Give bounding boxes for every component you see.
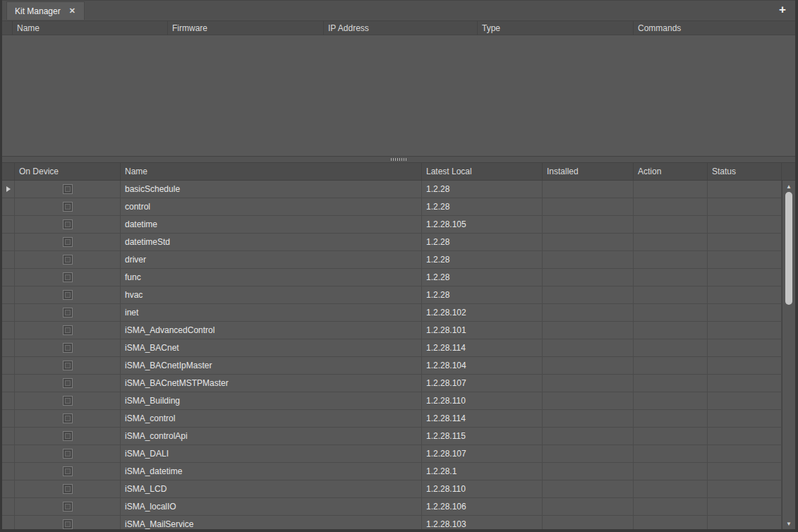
action-cell[interactable] xyxy=(634,516,708,529)
scroll-down-icon[interactable]: ▼ xyxy=(782,519,795,528)
table-row[interactable]: datetime 1.2.28.105 xyxy=(2,216,782,234)
action-cell[interactable] xyxy=(634,234,708,251)
action-cell[interactable] xyxy=(634,251,708,269)
action-cell[interactable] xyxy=(634,498,708,516)
scrollbar-thumb[interactable] xyxy=(785,192,792,305)
close-icon[interactable]: ✕ xyxy=(69,6,75,16)
kit-name-cell[interactable]: iSMA_controlApi xyxy=(121,428,422,445)
action-cell[interactable] xyxy=(634,445,708,463)
table-row[interactable]: iSMA_BACnetIpMaster 1.2.28.104 xyxy=(2,357,782,375)
on-device-checkbox[interactable] xyxy=(63,519,73,529)
devices-header-name[interactable]: Name xyxy=(13,21,168,35)
on-device-checkbox[interactable] xyxy=(63,219,73,229)
kit-name-cell[interactable]: iSMA_BACnetIpMaster xyxy=(121,357,422,375)
table-row[interactable]: hvac 1.2.28 xyxy=(2,286,782,304)
kits-header-latest-local[interactable]: Latest Local xyxy=(422,163,543,180)
devices-table-body xyxy=(2,35,795,156)
on-device-checkbox[interactable] xyxy=(63,484,73,494)
on-device-checkbox[interactable] xyxy=(63,202,73,212)
table-row[interactable]: iSMA_Building 1.2.28.110 xyxy=(2,392,782,410)
on-device-checkbox[interactable] xyxy=(63,325,73,335)
action-cell[interactable] xyxy=(634,304,708,322)
table-row[interactable]: inet 1.2.28.102 xyxy=(2,304,782,322)
panel-splitter[interactable] xyxy=(2,156,795,163)
kits-header-installed[interactable]: Installed xyxy=(543,163,634,180)
action-cell[interactable] xyxy=(634,339,708,357)
table-row[interactable]: iSMA_AdvancedControl 1.2.28.101 xyxy=(2,322,782,339)
on-device-checkbox[interactable] xyxy=(63,396,73,406)
kit-name-cell[interactable]: iSMA_MailService xyxy=(121,516,422,529)
devices-header-ip-address[interactable]: IP Address xyxy=(324,21,478,35)
kit-name-cell[interactable]: datetimeStd xyxy=(121,234,422,251)
action-cell[interactable] xyxy=(634,428,708,445)
kit-name-cell[interactable]: iSMA_LCD xyxy=(121,480,422,498)
kit-name-cell[interactable]: datetime xyxy=(121,216,422,234)
action-cell[interactable] xyxy=(634,392,708,410)
kit-name-cell[interactable]: iSMA_datetime xyxy=(121,463,422,480)
table-row[interactable]: iSMA_datetime 1.2.28.1 xyxy=(2,463,782,480)
table-row[interactable]: iSMA_LCD 1.2.28.110 xyxy=(2,480,782,498)
table-row[interactable]: iSMA_BACnet 1.2.28.114 xyxy=(2,339,782,357)
table-row[interactable]: datetimeStd 1.2.28 xyxy=(2,234,782,251)
on-device-checkbox[interactable] xyxy=(63,378,73,388)
table-row[interactable]: func 1.2.28 xyxy=(2,269,782,286)
action-cell[interactable] xyxy=(634,269,708,286)
kit-name-cell[interactable]: control xyxy=(121,198,422,216)
on-device-checkbox[interactable] xyxy=(63,361,73,370)
on-device-checkbox[interactable] xyxy=(63,431,73,441)
table-row[interactable]: control 1.2.28 xyxy=(2,198,782,216)
kit-name-cell[interactable]: driver xyxy=(121,251,422,269)
on-device-checkbox[interactable] xyxy=(63,290,73,300)
kit-name-cell[interactable]: iSMA_BACnetMSTPMaster xyxy=(121,375,422,392)
action-cell[interactable] xyxy=(634,463,708,480)
devices-header-type[interactable]: Type xyxy=(478,21,634,35)
kit-name-cell[interactable]: iSMA_DALI xyxy=(121,445,422,463)
on-device-checkbox[interactable] xyxy=(63,413,73,423)
on-device-checkbox[interactable] xyxy=(63,343,73,353)
vertical-scrollbar[interactable]: ▲ ▼ xyxy=(782,181,795,529)
on-device-checkbox[interactable] xyxy=(63,449,73,459)
action-cell[interactable] xyxy=(634,286,708,304)
kit-name-cell[interactable]: basicSchedule xyxy=(121,181,422,198)
kit-name-cell[interactable]: hvac xyxy=(121,286,422,304)
new-tab-button[interactable]: + xyxy=(775,2,790,18)
table-row[interactable]: iSMA_MailService 1.2.28.103 xyxy=(2,516,782,529)
on-device-checkbox[interactable] xyxy=(63,308,73,318)
on-device-checkbox[interactable] xyxy=(63,466,73,476)
kit-name-cell[interactable]: func xyxy=(121,269,422,286)
action-cell[interactable] xyxy=(634,357,708,375)
kits-header-name[interactable]: Name xyxy=(121,163,422,180)
action-cell[interactable] xyxy=(634,480,708,498)
on-device-checkbox[interactable] xyxy=(63,237,73,247)
kits-header-action[interactable]: Action xyxy=(634,163,708,180)
devices-header-firmware[interactable]: Firmware xyxy=(168,21,324,35)
table-row[interactable]: iSMA_controlApi 1.2.28.115 xyxy=(2,428,782,445)
action-cell[interactable] xyxy=(634,181,708,198)
kits-header-status[interactable]: Status xyxy=(708,163,782,180)
kit-name-cell[interactable]: inet xyxy=(121,304,422,322)
on-device-checkbox[interactable] xyxy=(63,272,73,282)
kit-name-cell[interactable]: iSMA_Building xyxy=(121,392,422,410)
on-device-checkbox[interactable] xyxy=(63,184,73,194)
on-device-checkbox[interactable] xyxy=(63,255,73,265)
kit-name-cell[interactable]: iSMA_AdvancedControl xyxy=(121,322,422,339)
kits-header-on-device[interactable]: On Device xyxy=(15,163,121,180)
table-row[interactable]: iSMA_DALI 1.2.28.107 xyxy=(2,445,782,463)
table-row[interactable]: iSMA_BACnetMSTPMaster 1.2.28.107 xyxy=(2,375,782,392)
scroll-up-icon[interactable]: ▲ xyxy=(782,182,795,191)
action-cell[interactable] xyxy=(634,216,708,234)
tab-kit-manager[interactable]: Kit Manager ✕ xyxy=(6,1,85,20)
action-cell[interactable] xyxy=(634,322,708,339)
kit-name-cell[interactable]: iSMA_control xyxy=(121,410,422,428)
on-device-checkbox[interactable] xyxy=(63,502,73,512)
kit-name-cell[interactable]: iSMA_BACnet xyxy=(121,339,422,357)
table-row[interactable]: iSMA_localIO 1.2.28.106 xyxy=(2,498,782,516)
devices-header-commands[interactable]: Commands xyxy=(634,21,795,35)
table-row[interactable]: basicSchedule 1.2.28 xyxy=(2,181,782,198)
action-cell[interactable] xyxy=(634,375,708,392)
kit-name-cell[interactable]: iSMA_localIO xyxy=(121,498,422,516)
action-cell[interactable] xyxy=(634,410,708,428)
table-row[interactable]: driver 1.2.28 xyxy=(2,251,782,269)
action-cell[interactable] xyxy=(634,198,708,216)
table-row[interactable]: iSMA_control 1.2.28.114 xyxy=(2,410,782,428)
